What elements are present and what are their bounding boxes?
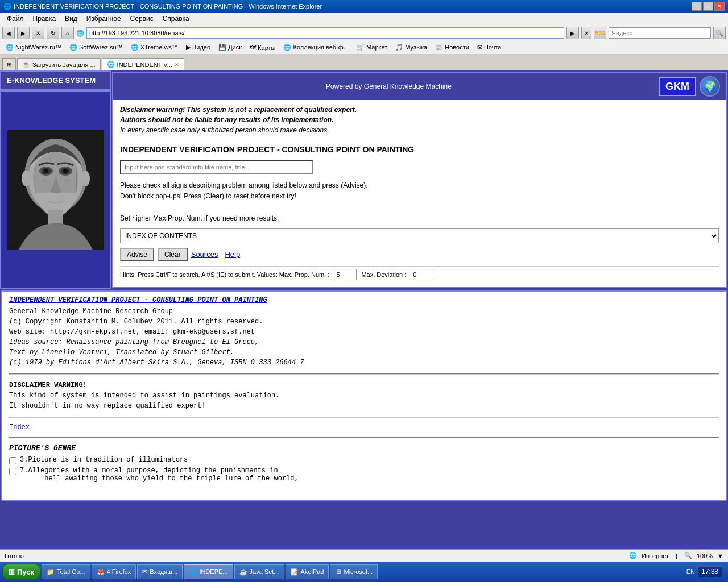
name-input[interactable] [120,160,313,174]
title-bar: 🌐 INDEPENDENT VERIFICATION PROJECT - CON… [0,0,728,13]
status-divider: | [676,552,677,559]
disclaimer-warning-section: DISCLAIMER WARNING! This kind of system … [9,380,719,411]
copyright-line4: Ideas source: Renaissance painting from … [9,337,719,347]
tab-java[interactable]: ☕ Загрузить Java для ... [17,58,101,70]
fav-mail[interactable]: ✉ Почта [474,43,505,52]
status-internet: Интернет [642,552,669,559]
zoom-arrow: ▼ [717,552,723,559]
bottom-area: INDEPENDENT VERIFICATION PROJECT - CONSU… [1,290,727,501]
status-bar: Готово 🌐 Интернет | 🔍 100% ▼ [0,549,728,562]
taskbar-item-microsof[interactable]: 🖥 Microsof... [330,564,378,579]
ie-taskbar-label: INDEPE... [199,568,228,575]
advise-button[interactable]: Advise [120,248,154,261]
favorites-bar: 🌐 NightWarez.ru™ 🌐 SoftWarez.su™ 🌐 XTrem… [0,41,728,55]
gkm-logo: GKM [659,77,696,96]
maximize-button[interactable]: □ [703,2,713,11]
fav-xtreme[interactable]: 🌐 XTreme.ws™ [127,43,181,52]
close-button[interactable]: ✕ [714,2,725,11]
home-button[interactable]: ⌂ [61,27,74,39]
taskbar-item-mail[interactable]: ✉ Входящ... [137,564,183,579]
menu-edit[interactable]: Правка [28,14,61,24]
stop-address-button[interactable]: ✕ [581,27,592,39]
max-prop-input[interactable] [334,269,357,280]
instruction-line1: Please check all signs describing proble… [120,180,719,191]
fav-video[interactable]: ▶ Видео [183,43,214,52]
microsof-icon: 🖥 [335,568,341,575]
title-bar-left: 🌐 INDEPENDENT VERIFICATION PROJECT - CON… [3,3,322,10]
search-button[interactable]: 🔍 [713,27,726,39]
totalcmd-label: Total Co... [57,568,85,575]
genre-checkbox-3[interactable] [9,457,16,464]
tab-grid-button[interactable]: ⊞ [2,58,16,70]
refresh-button[interactable]: ↻ [47,27,59,39]
max-dev-input[interactable] [411,269,433,280]
menu-file[interactable]: Файл [2,14,28,24]
menu-favorites[interactable]: Избранное [82,14,126,24]
max-dev-label: Max. Deviation : [361,271,406,278]
taskbar-item-java[interactable]: ☕ Java Set... [234,564,284,579]
minimize-button[interactable]: − [692,2,702,11]
stop-button[interactable]: ✕ [32,27,44,39]
fav-softwarez[interactable]: 🌐 SoftWarez.su™ [66,43,126,52]
genre-item-7: 7.Allegories with a moral purpose, depic… [9,467,719,483]
disclaimer-line3: In every specific case only authorized p… [120,125,719,135]
ie-icon: 🌐 [3,3,11,10]
copyright-line6: (c) 1979 by Editions d'Art Albert Skira … [9,357,719,368]
clear-button[interactable]: Clear [158,248,188,261]
menu-view[interactable]: Вид [60,14,82,24]
fav-music[interactable]: 🎵 Музыка [392,43,431,52]
disclaimer-line1: Disclaimer warning! This system is not a… [120,105,719,115]
status-internet-icon: 🌐 [629,552,637,559]
fav-news[interactable]: 📰 Новости [432,43,473,52]
tab-close-button[interactable]: ✕ [175,62,179,68]
taskbar-item-akelpad[interactable]: 📝 AkelPad [286,564,329,579]
taskbar-item-totalcmd[interactable]: 📁 Total Co... [42,564,90,579]
fav-market[interactable]: 🛒 Маркет [353,43,391,52]
java-taskbar-icon: ☕ [239,568,247,576]
microsof-label: Microsof... [344,568,373,575]
fav-collection[interactable]: 🌐 Коллекция веб-ф... [280,43,351,52]
fav-disk[interactable]: 💾 Диск [215,43,245,52]
firefox-label: 4 Firefox [107,568,131,575]
disclaimer-warn-title: DISCLAIMER WARNING! [9,380,719,390]
back-button[interactable]: ◀ [2,27,15,39]
mail-icon: ✉ [142,568,147,576]
search-input[interactable] [609,27,711,39]
svg-point-12 [81,171,90,186]
rss-button[interactable]: RSS [594,27,606,39]
tab-bar: ⊞ ☕ Загрузить Java для ... 🌐 INDEPENDENT… [0,55,728,70]
bottom-title: INDEPENDENT VERIFICATION PROJECT - CONSU… [9,296,719,304]
java-tab-icon: ☕ [22,61,30,68]
index-select[interactable]: INDEX OF CONTENTS [120,228,719,243]
fav-maps[interactable]: 🗺 Карты [246,43,279,52]
portrait-container [0,90,111,289]
main-panel: Powered by General Knowledge Machine GKM… [112,72,727,288]
fav-nightwarez[interactable]: 🌐 NightWarez.ru™ [2,43,65,52]
link-help[interactable]: Help [225,250,240,259]
powered-by-text: Powered by General Knowledge Machine [119,82,659,90]
forward-button[interactable]: ▶ [17,27,30,39]
akelpad-icon: 📝 [291,568,299,576]
index-link[interactable]: Index [9,423,719,431]
portrait-image [7,130,104,250]
start-button[interactable]: ⊞ Пуск [2,564,40,580]
java-tab-label: Загрузить Java для ... [32,61,96,68]
copyright-line5: Text by Lionello Venturi, Translated by … [9,347,719,357]
menu-bar: Файл Правка Вид Избранное Сервис Справка [0,13,728,25]
menu-service[interactable]: Сервис [126,14,158,24]
genre-checkbox-7[interactable] [9,468,16,475]
genre-section-title: PICTURE'S GENRE [9,444,719,452]
go-button[interactable]: ▶ [566,27,579,39]
gkm-header: Powered by General Knowledge Machine GKM… [113,73,726,100]
copyright-text: General Knowledge Machine Research Group… [9,306,719,368]
taskbar-item-ie[interactable]: 🌐 INDEPE... [184,564,233,579]
link-sources[interactable]: Sources [191,250,218,259]
title-text: INDEPENDENT VERIFICATION PROJECT - CONSU… [14,3,322,10]
tab-independent[interactable]: 🌐 INDEPENDENT V... ✕ [102,58,184,70]
taskbar-item-firefox[interactable]: 🦊 4 Firefox [92,564,136,579]
top-section: E-KNOWLEDGE SYSTEM [0,70,728,289]
menu-help[interactable]: Справка [158,14,194,24]
disclaimer-line2: Authors should not be liable for any res… [120,115,719,125]
address-input[interactable] [86,27,564,39]
start-label: Пуск [17,568,34,576]
